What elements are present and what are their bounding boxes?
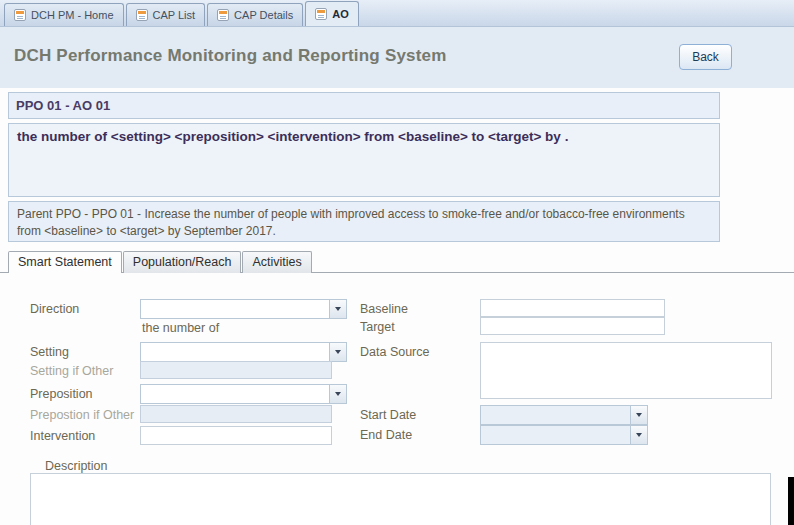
document-tab-bar: DCH PM - Home CAP List CAP Details AO — [0, 0, 794, 27]
number-of-text: the number of — [142, 321, 219, 335]
setting-if-other-label: Setting if Other — [30, 364, 113, 378]
description-label: Description — [45, 459, 108, 473]
tab-label: DCH PM - Home — [31, 9, 114, 21]
parent-ppo-box: Parent PPO - PPO 01 - Increase the numbe… — [8, 201, 720, 242]
form-header: DCH Performance Monitoring and Reporting… — [0, 27, 794, 88]
page-title: DCH Performance Monitoring and Reporting… — [14, 46, 447, 66]
form-icon — [14, 9, 26, 21]
tab-label: CAP List — [153, 9, 196, 21]
description-field[interactable] — [30, 473, 771, 525]
tab-dch-pm-home[interactable]: DCH PM - Home — [4, 3, 124, 26]
form-tab-bar: Smart Statement Population/Reach Activit… — [8, 251, 313, 273]
chevron-down-icon[interactable] — [329, 343, 346, 361]
chevron-down-icon[interactable] — [630, 426, 647, 444]
tab-ao[interactable]: AO — [305, 1, 359, 26]
form-icon — [315, 8, 327, 20]
start-date-label: Start Date — [360, 408, 416, 422]
back-button[interactable]: Back — [679, 44, 732, 70]
chevron-down-icon[interactable] — [329, 385, 346, 403]
direction-combobox[interactable] — [140, 299, 347, 319]
intervention-label: Intervention — [30, 429, 95, 443]
form-icon — [217, 9, 229, 21]
chevron-down-icon[interactable] — [630, 406, 647, 424]
tab-smart-statement[interactable]: Smart Statement — [8, 251, 122, 273]
target-field[interactable] — [480, 317, 665, 335]
tab-cap-list[interactable]: CAP List — [126, 3, 206, 26]
chevron-down-icon[interactable] — [329, 300, 346, 318]
statement-box: the number of <setting> <preposition> <i… — [8, 123, 720, 197]
baseline-field[interactable] — [480, 299, 665, 317]
setting-label: Setting — [30, 345, 69, 359]
end-date-combobox[interactable] — [480, 425, 648, 445]
target-label: Target — [360, 320, 395, 334]
data-source-label: Data Source — [360, 345, 429, 359]
screen-edge-artifact — [788, 477, 794, 525]
preposition-if-other-label: Prepostion if Other — [30, 408, 134, 422]
setting-combobox[interactable] — [140, 342, 347, 362]
app-window: DCH PM - Home CAP List CAP Details AO DC… — [0, 0, 794, 525]
tab-label: AO — [332, 8, 349, 20]
parent-ppo-text: Parent PPO - PPO 01 - Increase the numbe… — [17, 207, 685, 238]
start-date-combobox[interactable] — [480, 405, 648, 425]
setting-if-other-field[interactable] — [140, 361, 332, 379]
end-date-label: End Date — [360, 428, 412, 442]
preposition-if-other-field[interactable] — [140, 405, 332, 423]
data-source-field[interactable] — [480, 342, 772, 399]
record-id-box: PPO 01 - AO 01 — [8, 92, 720, 119]
statement-text: the number of <setting> <preposition> <i… — [17, 129, 568, 144]
tab-label: CAP Details — [234, 9, 293, 21]
tab-population-reach[interactable]: Population/Reach — [123, 251, 242, 273]
tab-activities[interactable]: Activities — [242, 251, 311, 273]
baseline-label: Baseline — [360, 302, 408, 316]
preposition-label: Preposition — [30, 387, 93, 401]
tab-cap-details[interactable]: CAP Details — [207, 3, 303, 26]
form-icon — [136, 9, 148, 21]
preposition-combobox[interactable] — [140, 384, 347, 404]
record-id-text: PPO 01 - AO 01 — [16, 98, 110, 113]
intervention-field[interactable] — [140, 426, 332, 445]
direction-label: Direction — [30, 302, 79, 316]
